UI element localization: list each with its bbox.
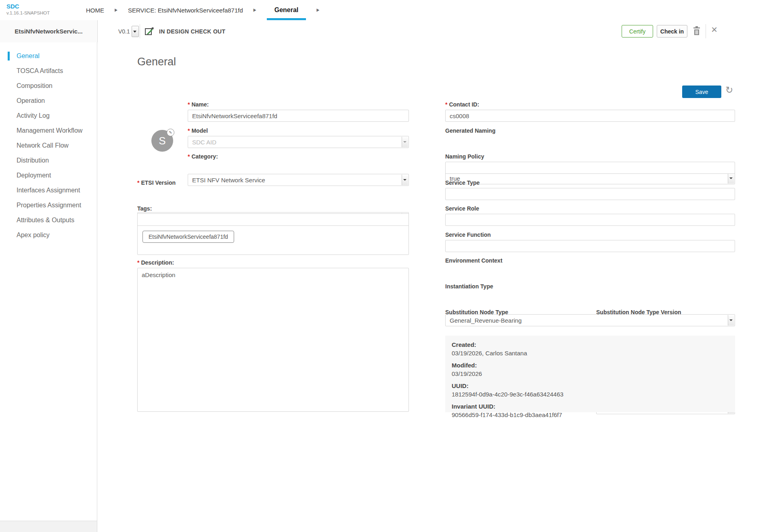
avatar-edit-icon[interactable]: ✎ — [167, 129, 174, 136]
service-role-label: Service Role — [445, 205, 479, 212]
version-selector[interactable]: V0.1 — [118, 20, 139, 42]
refresh-icon[interactable]: ↻ — [725, 85, 733, 96]
breadcrumb-arrow-icon: ▶ — [115, 8, 117, 13]
close-icon[interactable]: × — [711, 23, 717, 36]
sidebar-item-label: Deployment — [17, 172, 51, 179]
environment-context-value: General_Revenue-Bearing — [450, 317, 522, 324]
model-select[interactable]: SDC AID — [188, 136, 409, 148]
name-label: *Name: — [188, 101, 209, 108]
chevron-down-icon — [728, 315, 734, 325]
main-content: General Save ↻ *Name: S ✎ *Model SDC AID… — [97, 42, 775, 532]
uuid-value: 1812594f-0d9a-4c20-9e3c-f46a63424463 — [452, 391, 729, 398]
sidebar-item-label: Attributes & Outputs — [17, 217, 74, 223]
sidebar-item-management-workflow[interactable]: Management Workflow — [0, 123, 97, 138]
substitution-node-type-label: Substitution Node Type — [445, 309, 508, 315]
sidebar-item-attributes-outputs[interactable]: Attributes & Outputs — [0, 213, 97, 227]
tags-label: Tags: — [137, 205, 152, 212]
naming-policy-label: Naming Policy — [445, 153, 484, 160]
naming-policy-input[interactable] — [445, 162, 735, 174]
app-logo-title: SDC — [6, 3, 50, 10]
avatar-letter: S — [159, 135, 165, 147]
certify-button[interactable]: Certify — [622, 25, 653, 38]
sidebar-item-activity-log[interactable]: Activity Log — [0, 108, 97, 123]
required-marker: * — [188, 153, 190, 160]
modified-value: 03/19/2026 — [452, 370, 729, 377]
lifecycle-status: IN DESIGN CHECK OUT — [144, 20, 225, 42]
sidebar-item-label: Network Call Flow — [17, 142, 69, 149]
app-version: v.1.16.1-SNAPSHOT — [6, 10, 50, 16]
service-role-input[interactable] — [445, 214, 735, 226]
service-function-input[interactable] — [445, 240, 735, 252]
substitution-node-type-version-label: Substitution Node Type Version — [596, 309, 681, 315]
environment-context-select[interactable]: General_Revenue-Bearing — [445, 314, 735, 326]
version-dropdown-icon[interactable] — [132, 26, 139, 37]
required-marker: * — [137, 259, 139, 266]
active-indicator — [8, 52, 10, 61]
model-label: *Model — [188, 127, 208, 134]
entity-name-header: EtsiNfvNetworkServic... — [0, 20, 98, 43]
check-in-button[interactable]: Check in — [657, 25, 687, 38]
sidebar-footer — [0, 521, 97, 532]
sidebar-item-general[interactable]: General — [0, 48, 97, 63]
service-function-label: Service Function — [445, 232, 491, 238]
entity-toolbar: EtsiNfvNetworkServic... V0.1 IN DESIGN C… — [0, 20, 775, 43]
top-bar: SDC v.1.16.1-SNAPSHOT HOME ▶ SERVICE: Et… — [0, 0, 775, 21]
in-design-icon — [144, 26, 154, 36]
category-label: *Category: — [188, 153, 218, 160]
save-button[interactable]: Save — [682, 86, 721, 98]
metadata-box: Created: 03/19/2026, Carlos Santana Modi… — [445, 336, 735, 412]
sidebar-item-interfaces-assignment[interactable]: Interfaces Assignment — [0, 183, 97, 198]
instantiation-type-label: Instantiation Type — [445, 283, 493, 290]
sidebar-item-label: Management Workflow — [17, 127, 82, 134]
sidebar-item-operation[interactable]: Operation — [0, 93, 97, 108]
required-marker: * — [188, 127, 190, 134]
sidebar-item-properties-assignment[interactable]: Properties Assignment — [0, 198, 97, 213]
required-marker: * — [188, 101, 190, 108]
category-value: ETSI NFV Network Service — [192, 177, 265, 184]
tag-chip[interactable]: EtsiNfvNetworkServiceefa871fd — [142, 231, 234, 243]
sidebar-item-label: Distribution — [17, 157, 49, 164]
toolbar-divider — [140, 24, 140, 38]
sidebar: General TOSCA Artifacts Composition Oper… — [0, 42, 97, 532]
sidebar-item-label: Activity Log — [17, 112, 50, 119]
sidebar-item-label: General — [17, 52, 40, 59]
sidebar-item-composition[interactable]: Composition — [0, 78, 97, 93]
description-textarea[interactable]: aDescription — [137, 268, 409, 412]
sidebar-item-distribution[interactable]: Distribution — [0, 153, 97, 168]
version-label: V0.1 — [118, 28, 130, 35]
sidebar-item-label: Properties Assignment — [17, 202, 81, 209]
invariant-uuid-value: 90566d59-f174-433d-b1c9-db3aea41f6f7 — [452, 411, 729, 418]
service-type-label: Service Type — [445, 179, 480, 186]
service-type-input[interactable] — [445, 188, 735, 200]
sidebar-nav: General TOSCA Artifacts Composition Oper… — [0, 42, 97, 242]
sidebar-item-label: Composition — [17, 82, 52, 89]
generated-naming-label: Generated Naming — [445, 127, 495, 134]
name-input[interactable] — [188, 110, 409, 122]
breadcrumb: HOME ▶ SERVICE: EtsiNfvNetworkServiceefa… — [86, 0, 319, 20]
tags-box: EtsiNfvNetworkServiceefa871fd — [137, 213, 409, 255]
contact-id-input[interactable] — [445, 110, 735, 122]
sidebar-item-label: TOSCA Artifacts — [17, 67, 63, 74]
sidebar-item-deployment[interactable]: Deployment — [0, 168, 97, 183]
avatar: S ✎ — [151, 130, 173, 152]
app-logo: SDC v.1.16.1-SNAPSHOT — [6, 3, 50, 16]
sidebar-item-tosca-artifacts[interactable]: TOSCA Artifacts — [0, 63, 97, 78]
model-value: SDC AID — [192, 139, 216, 146]
breadcrumb-current-tab[interactable]: General — [267, 0, 306, 20]
sidebar-item-apex-policy[interactable]: Apex policy — [0, 227, 97, 242]
description-label: *Description: — [137, 259, 174, 266]
required-marker: * — [445, 101, 447, 108]
tags-input[interactable] — [138, 214, 408, 226]
generated-naming-select[interactable]: true — [445, 172, 735, 184]
sidebar-item-network-call-flow[interactable]: Network Call Flow — [0, 138, 97, 153]
required-marker: * — [137, 179, 139, 186]
breadcrumb-service[interactable]: SERVICE: EtsiNfvNetworkServiceefa871fd — [128, 7, 243, 14]
breadcrumb-home[interactable]: HOME — [86, 7, 104, 14]
delete-icon[interactable] — [693, 26, 701, 36]
created-value: 03/19/2026, Carlos Santana — [452, 350, 729, 357]
chevron-down-icon — [728, 173, 734, 184]
sidebar-item-label: Interfaces Assignment — [17, 187, 80, 194]
toolbar-divider — [706, 24, 706, 38]
created-label: Created: — [452, 341, 729, 348]
category-select[interactable]: ETSI NFV Network Service — [188, 174, 409, 186]
